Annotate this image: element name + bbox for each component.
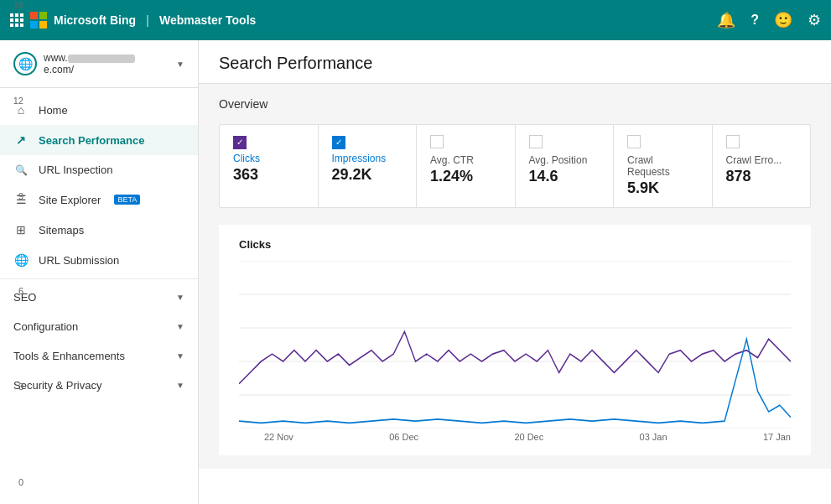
sidebar-label-site-explorer: Site Explorer	[39, 194, 101, 206]
sidebar-label-url-inspection: URL Inspection	[39, 164, 112, 176]
configuration-chevron-icon: ▼	[176, 322, 184, 331]
domain-chevron-icon: ▼	[176, 60, 184, 69]
settings-icon[interactable]: ⚙	[808, 11, 821, 29]
crawl-requests-checkbox[interactable]	[627, 135, 641, 148]
seo-chevron-icon: ▼	[176, 293, 184, 302]
impressions-label: Impressions	[332, 153, 403, 164]
x-label-nov22: 22 Nov	[264, 432, 293, 442]
sidebar-item-search-performance[interactable]: ↗ Search Performance	[0, 125, 198, 155]
sidebar-label-search-performance: Search Performance	[39, 134, 144, 147]
svg-rect-1	[39, 12, 47, 19]
svg-rect-3	[39, 21, 47, 29]
x-label-jan03: 03 Jan	[640, 432, 667, 442]
metrics-row: Clicks 363 Impressions 29.2K Avg. CTR 1.…	[219, 124, 811, 208]
nav-divider-1	[0, 278, 198, 279]
crawl-requests-label: Crawl Requests	[627, 154, 699, 178]
main-content: Search Performance Overview Clicks 363 I…	[199, 40, 831, 504]
sidebar-item-sitemaps[interactable]: ⊞ Sitemaps	[0, 215, 198, 245]
page-title: Search Performance	[219, 54, 811, 73]
sidebar-label-home: Home	[39, 104, 68, 117]
overview-label: Overview	[219, 97, 811, 111]
avg-position-label: Avg. Position	[529, 154, 600, 166]
sidebar-item-url-submission[interactable]: 🌐 URL Submission	[0, 245, 198, 275]
top-navigation: Microsoft Bing | Webmaster Tools 🔔 ? 🙂 ⚙	[0, 0, 831, 40]
impressions-value: 29.2K	[332, 166, 403, 184]
notification-icon[interactable]: 🔔	[717, 11, 735, 29]
domain-selector[interactable]: 🌐 www.e.com/ ▼	[0, 40, 198, 88]
clicks-label: Clicks	[233, 153, 304, 164]
avg-position-checkbox[interactable]	[529, 135, 543, 148]
help-icon[interactable]: ?	[750, 13, 759, 28]
brand-name: Microsoft Bing	[54, 13, 136, 27]
x-axis: 22 Nov 06 Dec 20 Dec 03 Jan 17 Jan	[239, 429, 791, 442]
main-layout: 🌐 www.e.com/ ▼ ⌂ Home ↗ Search Performan…	[0, 40, 831, 504]
topnav-right: 🔔 ? 🙂 ⚙	[717, 11, 821, 29]
crawl-errors-value: 878	[726, 168, 797, 185]
crawl-errors-label: Crawl Erro...	[726, 154, 797, 166]
crawl-requests-value: 5.9K	[627, 179, 699, 197]
sidebar-item-site-explorer[interactable]: ☰ Site Explorer BETA	[0, 184, 198, 215]
x-label-dec06: 06 Dec	[389, 432, 418, 442]
svg-rect-2	[30, 21, 38, 29]
metric-card-clicks: Clicks 363	[220, 125, 319, 207]
sidebar-nav: ⌂ Home ↗ Search Performance 🔍 URL Inspec…	[0, 88, 198, 407]
tools-label: Tools & Enhancements	[13, 350, 125, 362]
x-label-jan17: 17 Jan	[763, 432, 791, 442]
avg-position-value: 14.6	[529, 168, 600, 185]
metric-card-avg-ctr: Avg. CTR 1.24%	[417, 125, 516, 207]
sidebar-item-url-inspection[interactable]: 🔍 URL Inspection	[0, 155, 198, 184]
security-chevron-icon: ▼	[176, 381, 184, 390]
chart-wrapper: 15 12 9 6 3 0	[239, 261, 791, 442]
metric-card-avg-position: Avg. Position 14.6	[516, 125, 615, 207]
x-label-dec20: 20 Dec	[514, 432, 543, 442]
sidebar-section-tools[interactable]: Tools & Enhancements ▼	[0, 341, 198, 371]
beta-badge: BETA	[114, 195, 140, 205]
chart-svg	[239, 261, 791, 429]
page-header: Search Performance	[199, 40, 831, 84]
microsoft-logo-icon	[30, 12, 47, 29]
sidebar-label-url-submission: URL Submission	[39, 254, 119, 267]
chart-area: Clicks 15 12 9 6 3 0	[219, 225, 811, 455]
metric-card-impressions: Impressions 29.2K	[319, 125, 418, 207]
brand: Microsoft Bing | Webmaster Tools	[30, 12, 256, 29]
clicks-line	[239, 331, 791, 383]
overview-section: Overview Clicks 363 Impressions 29.2K	[199, 84, 831, 469]
sidebar-item-home[interactable]: ⌂ Home	[0, 95, 198, 125]
sidebar-section-security[interactable]: Security & Privacy ▼	[0, 371, 198, 400]
tools-chevron-icon: ▼	[176, 351, 184, 361]
clicks-value: 363	[233, 166, 304, 184]
sidebar-section-seo[interactable]: SEO ▼	[0, 283, 198, 312]
crawl-errors-checkbox[interactable]	[726, 135, 740, 148]
avg-ctr-checkbox[interactable]	[430, 135, 444, 148]
product-name: Webmaster Tools	[159, 13, 256, 27]
sidebar-section-configuration[interactable]: Configuration ▼	[0, 312, 198, 341]
chart-container	[239, 261, 791, 429]
metric-card-crawl-errors: Crawl Erro... 878	[713, 125, 811, 207]
smiley-icon[interactable]: 🙂	[774, 11, 792, 29]
security-label: Security & Privacy	[13, 379, 101, 392]
domain-text: www.e.com/	[44, 52, 169, 75]
impressions-checkbox[interactable]	[332, 136, 345, 149]
chart-plot: 22 Nov 06 Dec 20 Dec 03 Jan 17 Jan	[239, 261, 791, 442]
avg-ctr-label: Avg. CTR	[430, 154, 501, 166]
brand-divider: |	[146, 13, 149, 27]
clicks-checkbox[interactable]	[233, 136, 247, 149]
sidebar: 🌐 www.e.com/ ▼ ⌂ Home ↗ Search Performan…	[0, 40, 199, 504]
avg-ctr-value: 1.24%	[430, 168, 501, 185]
metric-card-crawl-requests: Crawl Requests 5.9K	[614, 125, 713, 207]
chart-title: Clicks	[239, 238, 791, 251]
sidebar-label-sitemaps: Sitemaps	[39, 224, 84, 236]
svg-rect-0	[30, 12, 38, 19]
